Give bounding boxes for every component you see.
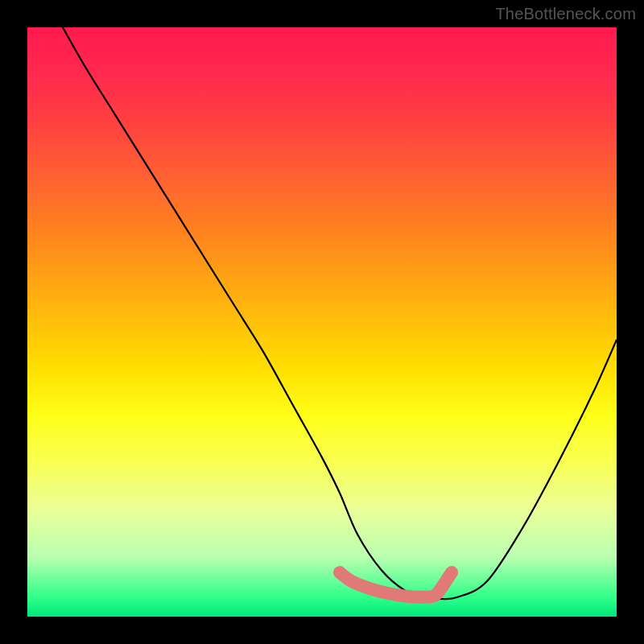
- bottleneck-curve: [63, 27, 617, 600]
- watermark-text: TheBottleneck.com: [495, 5, 636, 23]
- chart-frame: TheBottleneck.com: [0, 0, 644, 644]
- plot-area: [27, 27, 617, 617]
- curve-layer: [27, 27, 617, 617]
